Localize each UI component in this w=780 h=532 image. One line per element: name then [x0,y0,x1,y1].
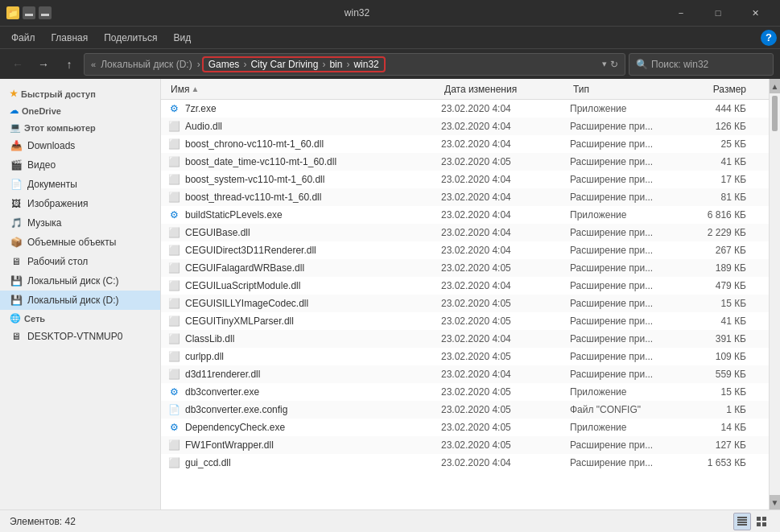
breadcrumb-highlighted[interactable]: Games › City Car Driving › bin › win32 [202,56,386,72]
sidebar-drive-c[interactable]: 💾 Локальный диск (C:) [0,271,160,291]
menu-home[interactable]: Главная [43,29,97,47]
dropdown-arrow[interactable]: ▾ [602,59,607,69]
table-row[interactable]: ⬜ CEGUIDirect3D11Renderer.dll 23.02.2020… [161,241,769,259]
col-header-type[interactable]: Тип [570,79,699,99]
sidebar-desktop-pc[interactable]: 🖥 DESKTOP-VTNMUP0 [0,327,160,346]
view-tiles-button[interactable] [753,513,770,530]
sidebar-documents[interactable]: 📄 Документы [0,175,160,194]
table-row[interactable]: ⬜ CEGUITinyXMLParser.dll 23.02.2020 4:05… [161,312,769,330]
file-type: Расширение при... [570,457,699,468]
table-row[interactable]: ⬜ boost_date_time-vc110-mt-1_60.dll 23.0… [161,153,769,171]
sidebar-quick-access[interactable]: ★ Быстрый доступ [0,85,160,102]
file-type: Файл "CONFIG" [570,404,699,415]
file-type: Расширение при... [570,369,699,380]
file-size: 14 КБ [699,422,762,433]
search-box[interactable]: 🔍 Поиск: win32 [629,53,774,76]
file-name: DependencyCheck.exe [185,422,441,433]
file-size: 41 КБ [699,156,762,167]
sidebar-network[interactable]: 🌐 Сеть [0,310,160,327]
table-row[interactable]: ⬜ d3d11renderer.dll 23.02.2020 4:04 Расш… [161,365,769,383]
table-row[interactable]: ⬜ gui_ccd.dll 23.02.2020 4:04 Расширение… [161,454,769,472]
file-date: 23.02.2020 4:04 [441,192,570,203]
table-row[interactable]: ⬜ CEGUILuaScriptModule.dll 23.02.2020 4:… [161,277,769,295]
view-details-button[interactable] [733,513,751,530]
config-file-icon: 📄 [167,403,180,416]
table-row[interactable]: ⚙ 7zr.exe 23.02.2020 4:04 Приложение 444… [161,100,769,118]
table-row[interactable]: ⚙ DependencyCheck.exe 23.02.2020 4:05 Пр… [161,419,769,436]
svg-rect-7 [762,522,766,526]
file-size: 189 КБ [699,262,762,274]
table-row[interactable]: ⬜ boost_thread-vc110-mt-1_60.dll 23.02.2… [161,188,769,206]
scroll-down[interactable]: ▼ [770,495,781,509]
close-button[interactable]: ✕ [737,0,774,26]
file-size: 127 КБ [699,439,762,451]
refresh-button[interactable]: ↻ [610,59,618,70]
table-row[interactable]: ⬜ CEGUIBase.dll 23.02.2020 4:04 Расширен… [161,224,769,241]
table-row[interactable]: ⬜ ClassLib.dll 23.02.2020 4:04 Расширени… [161,330,769,348]
exe-file-icon: ⚙ [167,421,180,434]
tb-icon-2: ▬ [23,6,35,19]
sidebar-onedrive[interactable]: ☁ OneDrive [0,102,160,119]
file-name: boost_date_time-vc110-mt-1_60.dll [185,156,441,167]
sidebar-desktop[interactable]: 🖥 Рабочий стол [0,252,160,271]
sidebar-drive-d[interactable]: 💾 Локальный диск (D:) [0,291,160,310]
table-row[interactable]: ⬜ boost_chrono-vc110-mt-1_60.dll 23.02.2… [161,135,769,153]
title-bar: 📁 ▬ ▬ win32 − □ ✕ [0,0,780,26]
table-row[interactable]: ⬜ CEGUISILLYImageCodec.dll 23.02.2020 4:… [161,295,769,312]
table-row[interactable]: ⬜ Audio.dll 23.02.2020 4:04 Расширение п… [161,118,769,135]
tb-icon-3: ▬ [39,6,52,19]
scroll-thumb[interactable] [770,93,780,134]
file-name: Audio.dll [185,121,441,132]
file-name: boost_thread-vc110-mt-1_60.dll [185,192,441,203]
table-row[interactable]: ⚙ db3converter.exe 23.02.2020 4:05 Прило… [161,383,769,401]
file-name: CEGUIFalagardWRBase.dll [185,262,441,274]
svg-rect-0 [737,517,747,518]
file-date: 23.02.2020 4:04 [441,121,570,132]
menu-file[interactable]: Файл [3,29,43,47]
sidebar-images[interactable]: 🖼 Изображения [0,194,160,213]
minimize-button[interactable]: − [662,0,700,26]
sep4: › [346,59,349,70]
file-date: 23.02.2020 4:04 [441,138,570,150]
file-type: Расширение при... [570,333,699,344]
col-header-size[interactable]: Размер [699,79,762,99]
file-date: 23.02.2020 4:05 [441,439,570,451]
sidebar-downloads[interactable]: 📥 Downloads [0,136,160,155]
dll-file-icon: ⬜ [167,191,180,204]
forward-button[interactable]: → [32,53,55,76]
help-button[interactable]: ? [761,30,777,46]
table-row[interactable]: ⬜ FW1FontWrapper.dll 23.02.2020 4:05 Рас… [161,436,769,454]
dll-file-icon: ⬜ [167,332,180,345]
table-row[interactable]: 📄 db3converter.exe.config 23.02.2020 4:0… [161,401,769,419]
col-header-name[interactable]: Имя ▲ [167,79,441,99]
file-date: 23.02.2020 4:04 [441,280,570,291]
table-row[interactable]: ⬜ curlpp.dll 23.02.2020 4:05 Расширение … [161,348,769,365]
dll-file-icon: ⬜ [167,350,180,363]
scroll-up[interactable]: ▲ [770,79,781,93]
menu-view[interactable]: Вид [165,29,199,47]
sidebar-music[interactable]: 🎵 Музыка [0,213,160,233]
menu-share[interactable]: Поделиться [96,29,165,47]
dll-file-icon: ⬜ [167,456,180,469]
file-name: d3d11renderer.dll [185,369,441,380]
sidebar-video[interactable]: 🎬 Видео [0,155,160,175]
view-buttons [733,513,770,530]
file-name: ClassLib.dll [185,333,441,344]
col-header-date[interactable]: Дата изменения [441,79,570,99]
file-name: db3converter.exe.config [185,404,441,415]
file-name: buildStaticPLevels.exe [185,209,441,221]
address-bar[interactable]: « Локальный диск (D:) › Games › City Car… [84,53,625,76]
table-row[interactable]: ⚙ buildStaticPLevels.exe 23.02.2020 4:04… [161,206,769,224]
file-size: 25 КБ [699,138,762,150]
exe-file-icon: ⚙ [167,102,180,115]
back-button[interactable]: ← [6,53,29,76]
table-row[interactable]: ⬜ boost_system-vc110-mt-1_60.dll 23.02.2… [161,171,769,188]
maximize-button[interactable]: □ [700,0,737,26]
sidebar-3d-objects[interactable]: 📦 Объемные объекты [0,233,160,252]
up-button[interactable]: ↑ [58,53,80,76]
table-row[interactable]: ⬜ CEGUIFalagardWRBase.dll 23.02.2020 4:0… [161,259,769,277]
file-date: 23.02.2020 4:04 [441,227,570,238]
sidebar-this-pc[interactable]: 💻 Этот компьютер [0,119,160,136]
file-type: Расширение при... [570,439,699,451]
scrollbar[interactable]: ▲ ▼ [769,79,780,509]
